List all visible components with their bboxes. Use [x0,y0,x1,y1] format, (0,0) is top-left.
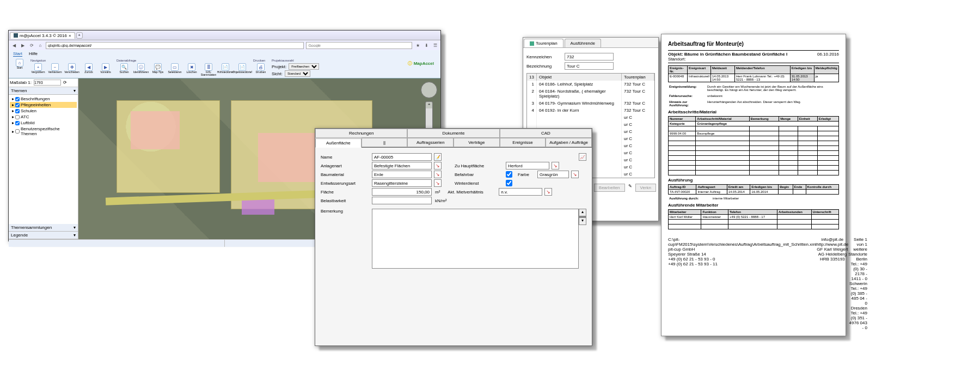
maptips-icon[interactable]: 💬Map-Tips [150,63,166,76]
aussenflaeche-window: Rechnungen Dokumente CAD Außenfläche || … [315,128,592,346]
delete-icon[interactable]: ✖Löschen [184,63,199,76]
table-row[interactable]: 104 0186- Leihhof, Spielplatz732 Tour C [527,81,654,88]
menu-hilfe[interactable]: Hilfe [29,51,38,57]
tab-aussenflaeche[interactable]: Außenfläche [315,138,362,148]
report-document: Arbeitsauftrag für Monteur(e) Objekt: Bä… [661,34,846,336]
tab-cad[interactable]: CAD [500,129,592,138]
lookup-icon[interactable]: ↘ [434,162,442,169]
sidebar: Maßstab 1:⟳ Themen▾ ▸Beschriftungen▸Pfle… [9,78,78,239]
zoom-out-icon[interactable]: −Verkleinern [47,63,63,74]
befahrbar-checkbox[interactable] [506,171,512,178]
logo: ⓘ MapAccel [405,59,437,77]
table-row[interactable]: 304 0179- Gymnasium Windmühlenweg732 Tou… [527,100,654,107]
browser-tab[interactable]: m@pAccel 3.4.3 © 2016× [10,32,75,39]
projekt-select[interactable]: Freiflaechen [289,63,319,70]
select-icon[interactable]: ▭Selektieren [167,63,182,76]
back-button[interactable]: ◀ [11,42,17,48]
farbe-input[interactable] [537,171,569,178]
search-input[interactable] [306,42,412,49]
lookup-icon[interactable]: ↘ [552,162,559,169]
close-icon[interactable]: × [69,33,71,38]
sicht-select[interactable]: Standard [285,70,310,77]
lookup-icon[interactable]: ↘ [434,171,442,178]
scroll-down-icon[interactable]: ▾ [579,217,586,225]
menu-start[interactable]: Start [13,51,22,57]
tab-aufgaben[interactable]: Aufgaben / Aufträge [546,138,592,147]
baumaterial-input[interactable] [372,171,432,178]
kennzeichen-input[interactable] [565,53,614,60]
anlagenart-input[interactable] [372,162,432,169]
hauptflaeche-input[interactable] [506,162,549,169]
new-tab-button[interactable]: + [76,32,83,39]
nav-fwd-icon[interactable]: ▶Vorwärts [98,63,113,74]
tab-tourenplan[interactable]: Tourenplan [524,39,564,47]
scroll-up-icon[interactable]: ▴ [579,209,586,216]
tab-rechnungen[interactable]: Rechnungen [315,129,407,138]
tab-dokumente[interactable]: Dokumente [407,129,499,138]
nav-compass-icon[interactable] [421,82,437,98]
print-icon[interactable]: 🖨Drucken [253,63,268,74]
calendar-icon [530,41,534,46]
bemerkung-textarea[interactable] [372,209,579,269]
reload-button[interactable]: ⟳ [28,42,35,48]
objekt-icon[interactable]: 📄Objektsteckbrief [235,63,250,76]
download-icon[interactable]: ⬇ [423,42,430,48]
tab-parallel[interactable]: || [362,138,408,147]
url-input[interactable] [46,42,304,49]
doc-title: Arbeitsauftrag für Monteur(e) [668,41,839,47]
bezeichnung-input[interactable] [565,62,614,70]
winterdienst-checkbox[interactable] [506,180,512,186]
tree-item[interactable]: ▸Pflegeeinheiten [10,102,77,108]
verknuepfen-button[interactable]: Verkn [635,184,656,192]
tab-ereignisse[interactable]: Ereignisse [500,138,546,147]
lookup-icon[interactable]: ↘ [434,179,442,187]
table-row[interactable]: ur C [527,114,654,121]
nav-back-icon[interactable]: ◀Zurück [81,63,96,74]
tab-ausfuehrende[interactable]: Ausführende [565,39,601,47]
zoom-in-icon[interactable]: +Vergrößern [30,63,46,74]
miet-input[interactable] [499,188,542,196]
identify-icon[interactable]: ⓘIdentifizieren [133,63,149,76]
forward-button[interactable]: ▶ [20,42,26,48]
name-input[interactable] [372,153,432,161]
copy-icon[interactable]: 📝 [434,153,442,161]
tree-item[interactable]: ▸Luftbild [10,120,77,126]
legende-header[interactable]: Legende▾ [9,232,78,239]
themen-header[interactable]: Themen▾ [9,87,78,95]
address-bar: ◀ ▶ ⟳ ⌂ ★ ⬇ ☰ [9,40,440,50]
table-row[interactable]: ur C [527,121,654,128]
lookup-icon[interactable]: ↘ [571,171,579,178]
flaeche-input[interactable] [372,188,432,196]
menu-icon[interactable]: ☰ [432,42,438,48]
tree-item[interactable]: ▸Schulen [10,108,77,114]
tree-item[interactable]: ▸ATC [10,114,77,120]
bookmark-icon[interactable]: ★ [414,42,421,48]
home-button[interactable]: ⌂ [37,42,44,48]
themensammlungen-header[interactable]: Themensammlungen▾ [9,224,78,232]
table-row[interactable]: 204 0184- Nordstraße, ( ehemaliger Spiel… [527,88,654,100]
gis-icon[interactable]: ≣GIS-Stammdaten [201,63,216,76]
chart-icon[interactable]: 📈 [579,153,586,161]
refresh-icon[interactable]: ⟳ [63,80,67,85]
pen-icon[interactable]: ✎ [628,184,632,192]
ribbon: Start Hilfe ⌂Start Navigation +Vergrößer… [9,50,440,78]
browser-titlebar: m@pAccel 3.4.3 © 2016× + [9,31,440,40]
layer-tree: ▸Beschriftungen▸Pflegeeinheiten▸Schulen▸… [9,95,78,138]
pan-icon[interactable]: ✥Verschieben [64,63,79,74]
entwaesserung-input[interactable] [372,179,432,187]
search-tool-icon[interactable]: 🔍Suchen [117,63,132,76]
home-icon[interactable]: ⌂Start [12,59,27,69]
tab-vertraege[interactable]: Verträge [454,138,500,147]
table-row[interactable]: 404 0192- In der Korn732 Tour C [527,107,654,114]
bearbeiten-button[interactable]: Bearbeiten [594,184,625,192]
tree-item[interactable]: ▸Benutzerspezifische Themen [10,126,77,137]
belast-input[interactable] [372,197,432,204]
tree-item[interactable]: ▸Beschriftungen [10,96,77,102]
scale-input[interactable] [34,80,61,86]
lookup-icon[interactable]: ↘ [544,188,552,196]
tab-auftragsserien[interactable]: Auftragsserien [407,138,454,147]
hueft-icon[interactable]: 📄Hüftsteckbrief [218,63,233,76]
